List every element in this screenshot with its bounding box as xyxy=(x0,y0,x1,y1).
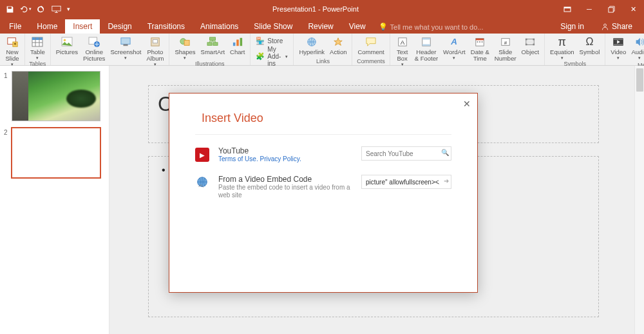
svg-rect-16 xyxy=(124,44,128,46)
svg-rect-48 xyxy=(614,44,623,46)
slide-1-preview xyxy=(12,72,100,121)
smartart-button[interactable]: SmartArt xyxy=(198,35,227,55)
tab-home[interactable]: Home xyxy=(29,19,65,34)
maximize-button[interactable] xyxy=(600,0,622,18)
youtube-search-input[interactable] xyxy=(361,146,451,161)
share-button[interactable]: Share xyxy=(594,19,639,34)
hyperlink-icon xyxy=(305,35,318,48)
tab-animations[interactable]: Animations xyxy=(193,19,246,34)
object-icon xyxy=(524,35,536,48)
window-title: Presentation1 - PowerPoint xyxy=(75,5,556,13)
tab-slideshow[interactable]: Slide Show xyxy=(246,19,300,34)
customize-qat-button[interactable]: ▾ xyxy=(64,2,72,16)
signin-button[interactable]: Sign in xyxy=(554,19,591,34)
svg-rect-44 xyxy=(526,44,527,46)
slide-2-preview xyxy=(12,128,100,178)
insert-video-dialog: ✕ Insert Video ▶ YouTube Terms of Use. P… xyxy=(169,93,478,293)
table-button[interactable]: Table ▾ xyxy=(28,35,48,61)
ribbon-options-icon xyxy=(564,5,571,13)
group-comments: Comment Comments xyxy=(352,34,390,65)
svg-rect-15 xyxy=(121,38,130,44)
svg-rect-23 xyxy=(213,43,218,45)
svg-rect-1 xyxy=(52,6,60,11)
tab-review[interactable]: Review xyxy=(300,19,341,34)
object-button[interactable]: Object xyxy=(519,35,542,55)
divider xyxy=(195,134,451,135)
symbol-button[interactable]: ΩSymbol xyxy=(577,35,603,55)
ribbon: ✶ New Slide ▾ Slides Table ▾ Tables Pict… xyxy=(0,34,644,66)
presentation-icon xyxy=(52,5,61,14)
svg-point-12 xyxy=(64,39,66,42)
thumbnail-slide-1[interactable]: 1 xyxy=(4,71,105,121)
svg-rect-32 xyxy=(422,44,430,46)
svg-rect-10 xyxy=(32,37,43,40)
privacy-link[interactable]: Privacy Policy. xyxy=(260,155,301,162)
tab-design[interactable]: Design xyxy=(100,19,139,34)
close-button[interactable]: ✕ xyxy=(622,0,644,18)
textbox-button[interactable]: AText Box▾ xyxy=(393,35,412,67)
picture-icon xyxy=(61,35,73,48)
save-button[interactable] xyxy=(3,2,17,16)
thumbnail-slide-2[interactable]: 2 xyxy=(4,128,105,178)
terms-link[interactable]: Terms of Use. xyxy=(218,155,258,162)
tab-file[interactable]: File xyxy=(1,19,29,34)
tab-insert[interactable]: Insert xyxy=(65,19,100,34)
group-links: Hyperlink Action Links xyxy=(294,34,352,65)
slide-number-icon: # xyxy=(499,35,512,48)
start-slideshow-button[interactable] xyxy=(49,2,63,16)
tell-me-search[interactable]: 💡 Tell me what you want to do... xyxy=(374,20,489,34)
action-button[interactable]: Action xyxy=(327,35,349,55)
table-icon xyxy=(31,35,44,48)
online-pictures-button[interactable]: Online Pictures xyxy=(80,35,108,62)
tab-transitions[interactable]: Transitions xyxy=(140,19,193,34)
redo-button[interactable] xyxy=(33,2,48,16)
audio-button[interactable]: Audio▾ xyxy=(629,35,644,61)
header-footer-icon xyxy=(420,35,433,48)
date-time-icon xyxy=(473,35,486,48)
equation-button[interactable]: πEquation▾ xyxy=(547,35,577,61)
tab-view[interactable]: View xyxy=(341,19,374,34)
scroll-thumb[interactable] xyxy=(636,68,643,92)
photo-album-button[interactable]: Photo Album▾ xyxy=(144,35,166,67)
restore-icon xyxy=(608,6,615,13)
vertical-scrollbar[interactable] xyxy=(634,66,644,334)
minimize-button[interactable]: ─ xyxy=(578,0,600,18)
svg-rect-21 xyxy=(210,37,216,40)
submit-arrow-icon[interactable]: ➜ xyxy=(444,177,449,184)
quick-access-toolbar: ▾ ▾ xyxy=(0,2,75,16)
slide-number-button[interactable]: #Slide Number xyxy=(492,35,519,62)
audio-icon xyxy=(633,35,644,48)
svg-rect-47 xyxy=(614,39,623,40)
undo-button[interactable]: ▾ xyxy=(18,2,32,16)
action-icon xyxy=(332,35,345,48)
shapes-button[interactable]: Shapes▾ xyxy=(172,35,198,61)
svg-rect-26 xyxy=(240,38,242,46)
search-icon[interactable]: 🔍 xyxy=(441,149,449,156)
comment-button[interactable]: Comment xyxy=(355,35,386,55)
minimize-icon: ─ xyxy=(587,5,592,13)
screenshot-button[interactable]: Screenshot▾ xyxy=(108,35,144,61)
dialog-close-button[interactable]: ✕ xyxy=(463,99,471,109)
svg-rect-36 xyxy=(477,41,478,43)
embed-code-input[interactable] xyxy=(361,175,451,189)
wordart-button[interactable]: AWordArt▾ xyxy=(440,35,468,61)
date-time-button[interactable]: Date & Time xyxy=(468,35,492,62)
dialog-title: Insert Video xyxy=(169,93,477,134)
slide-number-label: 2 xyxy=(4,128,12,178)
svg-rect-3 xyxy=(564,7,571,8)
new-slide-button[interactable]: ✶ New Slide ▾ xyxy=(3,35,22,67)
group-images: Pictures Online Pictures Screenshot▾ Pho… xyxy=(51,34,170,65)
pictures-button[interactable]: Pictures xyxy=(53,35,80,55)
my-addins-button[interactable]: 🧩My Add-ins▾ xyxy=(256,46,288,67)
shapes-icon xyxy=(178,35,191,48)
store-button[interactable]: 🏪Store xyxy=(256,36,288,45)
video-button[interactable]: Video▾ xyxy=(608,35,629,61)
chart-button[interactable]: Chart xyxy=(227,35,247,55)
header-footer-button[interactable]: Header & Footer xyxy=(412,35,440,62)
ribbon-options-button[interactable] xyxy=(556,0,578,18)
svg-rect-45 xyxy=(533,44,535,46)
svg-rect-42 xyxy=(526,39,527,41)
textbox-icon: A xyxy=(396,35,409,48)
video-icon xyxy=(612,35,625,48)
hyperlink-button[interactable]: Hyperlink xyxy=(296,35,327,55)
